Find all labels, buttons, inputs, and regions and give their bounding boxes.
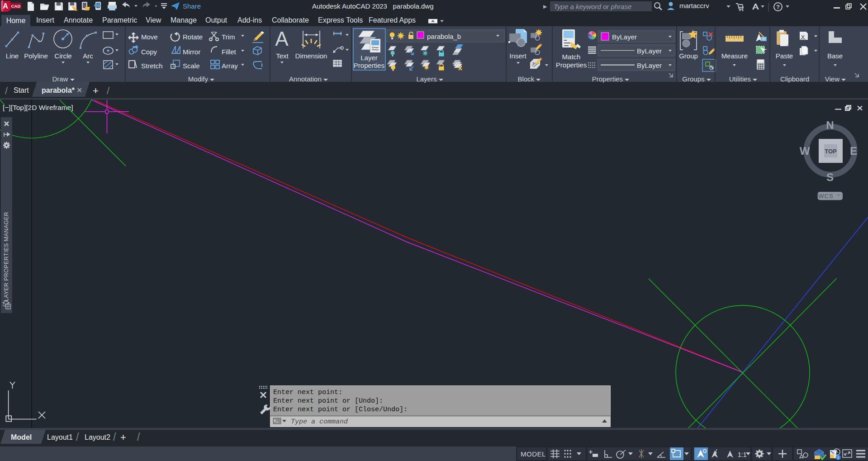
svg-text:Measure: Measure <box>721 52 748 60</box>
svg-text:?: ? <box>776 4 780 10</box>
svg-text:Base: Base <box>827 52 843 60</box>
svg-text:Text: Text <box>276 52 289 60</box>
svg-text:Rotate: Rotate <box>183 33 203 41</box>
svg-text:Properties: Properties <box>354 62 384 69</box>
svg-text:Share: Share <box>183 2 201 10</box>
svg-text:Match: Match <box>562 53 581 61</box>
svg-text:N: N <box>826 119 834 131</box>
svg-text:Scale: Scale <box>183 62 200 70</box>
svg-text:A: A <box>275 28 289 50</box>
svg-text:Circle: Circle <box>54 52 71 60</box>
svg-text:Layer: Layer <box>360 54 378 62</box>
svg-text:ByLayer: ByLayer <box>637 47 662 55</box>
svg-text:Array: Array <box>222 62 238 70</box>
svg-text:S: S <box>826 171 834 183</box>
svg-text:A: A <box>3 2 8 10</box>
svg-text:Dimension: Dimension <box>295 52 327 60</box>
svg-text:Mirror: Mirror <box>183 48 200 56</box>
svg-text:Polyline: Polyline <box>24 52 48 60</box>
svg-text:W: W <box>800 145 810 157</box>
svg-text:ByLayer: ByLayer <box>637 62 662 69</box>
svg-text:Trim: Trim <box>222 33 235 41</box>
svg-text:ByLayer: ByLayer <box>612 33 637 41</box>
svg-text:Copy: Copy <box>141 48 157 56</box>
svg-text:Move: Move <box>141 33 158 41</box>
svg-text:Stretch: Stretch <box>141 62 163 70</box>
svg-text:WCS: WCS <box>818 193 833 200</box>
svg-text:Arc: Arc <box>83 52 93 60</box>
svg-text:1:1: 1:1 <box>738 451 747 458</box>
svg-text:i: i <box>838 456 839 460</box>
svg-text:Fillet: Fillet <box>222 48 237 56</box>
svg-text:parabola_b: parabola_b <box>427 33 461 40</box>
svg-text:Group: Group <box>679 52 698 60</box>
svg-text:TOP: TOP <box>825 148 837 155</box>
svg-text:martaccrv: martaccrv <box>679 2 709 10</box>
svg-text:Properties: Properties <box>556 61 587 69</box>
svg-text:CAD: CAD <box>11 4 21 9</box>
svg-text:Paste: Paste <box>776 52 793 60</box>
svg-text:Insert: Insert <box>509 52 526 60</box>
svg-text:E: E <box>850 145 857 157</box>
svg-text:MODEL: MODEL <box>521 450 546 458</box>
svg-text:Line: Line <box>6 52 19 60</box>
